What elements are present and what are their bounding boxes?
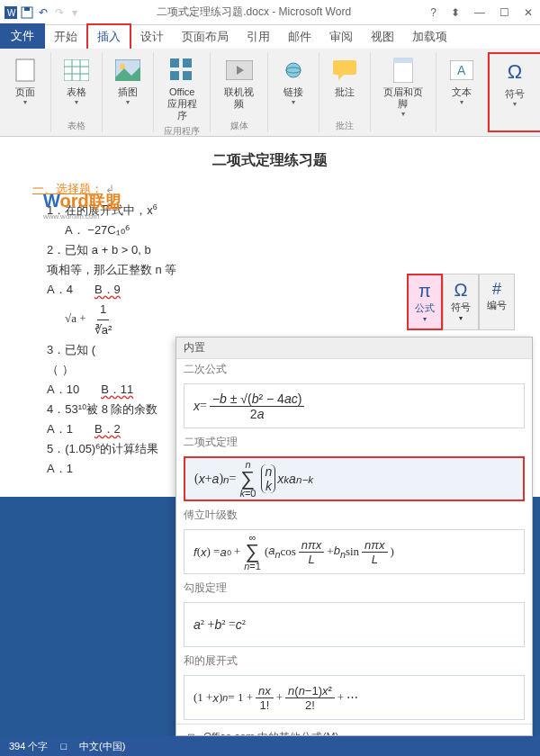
omega-icon: Ω — [500, 58, 529, 86]
hash-icon: # — [492, 280, 501, 299]
option-2a: A．4 — [47, 280, 73, 300]
gallery-item-expand[interactable]: (1 + x)n = 1 + nx1! + n(n−1)x²2! + ⋯ — [184, 675, 525, 720]
gallery-label-fourier: 傅立叶级数 — [176, 505, 532, 526]
word-icon: W — [4, 5, 18, 20]
svg-rect-4 — [16, 59, 34, 81]
question-2: 2．已知 a + b > 0, b — [47, 240, 508, 260]
equation-dropdown-button[interactable]: π 公式 ▾ — [407, 274, 443, 330]
online-video-button[interactable]: 联机视频 — [216, 52, 261, 113]
office-icon: 🖥 — [185, 732, 196, 737]
tab-view[interactable]: 视图 — [362, 25, 403, 49]
maximize-button[interactable]: ☐ — [496, 4, 513, 21]
office-apps-button[interactable]: Office 应用程序 — [159, 52, 204, 125]
gallery-item-pythag[interactable]: a² + b² = c² — [184, 602, 525, 647]
picture-icon — [113, 56, 142, 85]
window-title: 二项式定理练习题.docx - Microsoft Word — [81, 4, 427, 20]
svg-text:A: A — [457, 63, 466, 77]
svg-text:W: W — [7, 8, 16, 18]
svg-rect-13 — [183, 58, 192, 68]
chevron-down-icon: ▾ — [23, 98, 27, 106]
help-button[interactable]: ? — [427, 4, 440, 21]
pi-icon: π — [418, 281, 431, 302]
gallery-more-office[interactable]: 🖥Office.com 中的其他公式(M) — [176, 724, 532, 736]
undo-icon[interactable]: ↶ — [36, 5, 50, 20]
chevron-down-icon: ▾ — [292, 98, 295, 106]
symbol-button[interactable]: Ω 符号 ▾ — [495, 54, 535, 112]
save-icon[interactable] — [20, 5, 34, 20]
watermark-logo: Word联盟 www.wordlm.com — [43, 191, 122, 220]
pages-button[interactable]: 页面 ▾ — [5, 52, 45, 110]
page-icon — [11, 56, 40, 85]
equation-gallery: 内置 二次公式 x = −b ± √(b² − 4ac)2a 二项式定理 (x … — [176, 337, 533, 736]
tab-layout[interactable]: 页面布局 — [173, 25, 238, 49]
gallery-label-pythag: 勾股定理 — [176, 578, 532, 598]
redo-icon[interactable]: ↷ — [52, 5, 67, 20]
chevron-down-icon: ▾ — [423, 315, 427, 323]
option-2b: B．9 — [94, 280, 121, 300]
chevron-down-icon: ▾ — [75, 98, 78, 106]
proofing-icon[interactable]: □ — [60, 741, 67, 752]
svg-rect-14 — [170, 71, 179, 80]
gallery-label-quadratic: 二次公式 — [176, 359, 532, 380]
comment-button[interactable]: 批注 — [325, 52, 364, 102]
tab-home[interactable]: 开始 — [45, 25, 86, 49]
option-4b: B．2 — [94, 419, 121, 439]
link-icon — [279, 56, 308, 85]
chevron-down-icon: ▾ — [513, 100, 517, 108]
omega-icon: Ω — [454, 280, 468, 301]
tab-references[interactable]: 引用 — [238, 25, 279, 49]
svg-point-17 — [286, 63, 301, 77]
table-icon — [62, 56, 91, 85]
text-button[interactable]: A 文本 ▾ — [442, 52, 482, 110]
tab-insert[interactable]: 插入 — [86, 23, 131, 49]
document-title: 二项式定理练习题 — [32, 151, 508, 170]
svg-rect-19 — [333, 60, 356, 75]
gallery-label-binomial: 二项式定理 — [176, 432, 532, 453]
close-button[interactable]: ✕ — [520, 4, 536, 21]
option-3b: B．11 — [101, 380, 133, 400]
qat-more-icon[interactable]: ▾ — [72, 6, 77, 19]
gallery-category-builtin: 内置 — [176, 338, 532, 359]
language-indicator[interactable]: 中文(中国) — [79, 740, 125, 753]
chevron-down-icon: ▾ — [401, 110, 405, 118]
tab-file[interactable]: 文件 — [0, 23, 45, 49]
option-4a: A．1 — [47, 419, 73, 439]
option-3a: A．10 — [47, 380, 79, 400]
gallery-item-fourier[interactable]: f(x) = a₀ + ∞∑n=1 (an cos nπxL + bn sin … — [184, 529, 525, 574]
chevron-down-icon: ▾ — [126, 98, 130, 106]
gallery-label-expand: 和的展开式 — [176, 651, 532, 671]
apps-icon — [167, 56, 196, 85]
textbox-icon: A — [447, 56, 476, 85]
svg-rect-15 — [183, 71, 192, 80]
svg-rect-21 — [393, 58, 413, 63]
links-button[interactable]: 链接 ▾ — [274, 52, 313, 110]
video-icon — [225, 56, 254, 85]
symbol-dropdown-button[interactable]: Ω 符号 ▾ — [443, 274, 479, 330]
header-icon — [389, 56, 418, 85]
header-footer-button[interactable]: 页眉和页脚 ▾ — [376, 52, 430, 122]
table-button[interactable]: 表格 ▾ — [57, 52, 96, 110]
minimize-button[interactable]: — — [471, 4, 489, 21]
illustrations-button[interactable]: 插图 ▾ — [108, 52, 148, 110]
gallery-item-binomial[interactable]: (x + a)n = n∑k=0 nk xkan−k — [184, 456, 525, 501]
ribbon-toggle-icon[interactable]: ⬍ — [447, 4, 464, 21]
svg-rect-5 — [64, 59, 89, 81]
svg-point-11 — [120, 64, 125, 69]
chevron-down-icon: ▾ — [460, 98, 464, 106]
gallery-item-quadratic[interactable]: x = −b ± √(b² − 4ac)2a — [184, 383, 525, 428]
tab-review[interactable]: 审阅 — [320, 25, 362, 49]
word-count[interactable]: 394 个字 — [9, 740, 48, 753]
tab-addins[interactable]: 加载项 — [403, 25, 456, 49]
number-button[interactable]: # 编号 — [479, 274, 515, 330]
tab-mailings[interactable]: 邮件 — [279, 25, 320, 49]
comment-icon — [330, 56, 359, 85]
option-1a: A． −27C₁₀⁶ — [65, 220, 508, 240]
chevron-down-icon: ▾ — [459, 314, 463, 322]
svg-rect-12 — [170, 58, 179, 68]
svg-rect-3 — [24, 7, 30, 11]
tab-design[interactable]: 设计 — [131, 25, 173, 49]
